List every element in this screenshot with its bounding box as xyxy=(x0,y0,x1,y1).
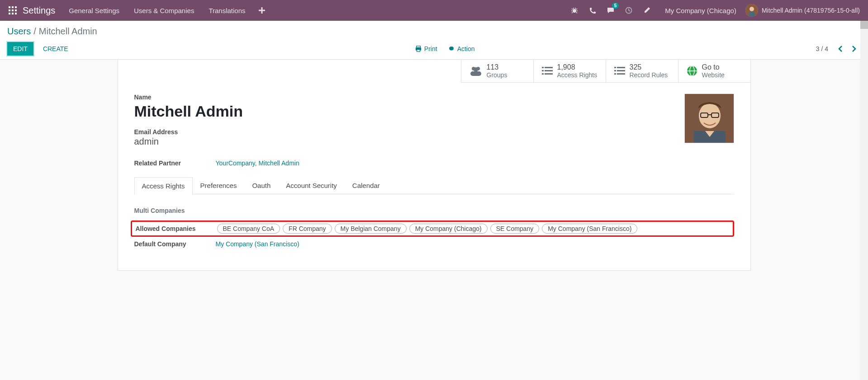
svg-rect-24 xyxy=(542,67,544,68)
activities-icon[interactable] xyxy=(620,0,638,21)
pager-next[interactable] xyxy=(847,42,861,56)
svg-rect-7 xyxy=(12,13,14,14)
list-icon xyxy=(614,66,625,75)
svg-rect-30 xyxy=(614,67,616,68)
company-chip[interactable]: My Company (San Francisco) xyxy=(542,224,637,234)
svg-rect-3 xyxy=(9,9,10,11)
create-button[interactable]: CREATE xyxy=(37,42,74,56)
top-navbar: Settings General Settings Users & Compan… xyxy=(0,0,868,21)
tab-account-security[interactable]: Account Security xyxy=(278,177,345,194)
highlighted-row: Allowed Companies BE Company CoA FR Comp… xyxy=(131,220,734,237)
edit-button[interactable]: EDIT xyxy=(7,42,33,56)
stat-groups[interactable]: 113Groups xyxy=(461,60,533,83)
svg-rect-5 xyxy=(15,9,17,11)
globe-icon xyxy=(687,66,697,76)
scrollbar-thumb[interactable] xyxy=(860,21,868,29)
breadcrumb-current: Mitchell Admin xyxy=(39,26,97,37)
action-button[interactable]: Action xyxy=(448,45,475,52)
tab-calendar[interactable]: Calendar xyxy=(345,177,388,194)
partner-label: Related Partner xyxy=(134,160,216,167)
svg-rect-27 xyxy=(545,70,553,71)
apps-icon[interactable] xyxy=(4,0,22,21)
svg-rect-0 xyxy=(9,6,10,8)
svg-rect-4 xyxy=(12,9,14,11)
svg-rect-33 xyxy=(617,70,625,71)
menu-users-companies[interactable]: Users & Companies xyxy=(127,0,201,21)
email-label: Email Address xyxy=(134,128,734,136)
svg-rect-6 xyxy=(9,13,10,14)
svg-point-41 xyxy=(699,103,721,128)
user-photo xyxy=(684,94,734,143)
company-switcher[interactable]: My Company (Chicago) xyxy=(656,0,745,21)
svg-rect-35 xyxy=(617,73,625,75)
print-button[interactable]: Print xyxy=(415,45,437,52)
partner-link[interactable]: YourCompany, Mitchell Admin xyxy=(216,160,299,167)
breadcrumb: Users / Mitchell Admin xyxy=(7,26,861,37)
user-name: Mitchell Admin (47819756-15-0-all) xyxy=(762,7,860,14)
user-menu[interactable]: Mitchell Admin (47819756-15-0-all) xyxy=(745,4,864,17)
stat-access-rights[interactable]: 1,908Access Rights xyxy=(533,60,606,83)
svg-rect-23 xyxy=(470,71,481,76)
allowed-companies-label: Allowed Companies xyxy=(136,225,217,232)
company-chip[interactable]: My Belgian Company xyxy=(335,224,407,234)
svg-rect-26 xyxy=(542,70,544,71)
email-value: admin xyxy=(134,136,734,147)
pager-text[interactable]: 3 / 4 xyxy=(816,45,828,52)
name-label: Name xyxy=(134,94,734,101)
menu-general-settings[interactable]: General Settings xyxy=(62,0,127,21)
pager-prev[interactable] xyxy=(834,42,847,56)
company-chip[interactable]: BE Company CoA xyxy=(217,224,280,234)
form-sheet: 113Groups 1,908Access Rights 325Record R… xyxy=(118,60,751,271)
svg-point-11 xyxy=(573,9,576,13)
default-company-label: Default Company xyxy=(134,240,216,248)
vertical-scrollbar[interactable] xyxy=(860,21,868,271)
messages-icon[interactable]: 5 xyxy=(602,0,620,21)
svg-point-22 xyxy=(474,67,478,72)
svg-rect-28 xyxy=(542,73,544,75)
default-company-link[interactable]: My Company (San Francisco) xyxy=(216,240,299,248)
company-chip[interactable]: FR Company xyxy=(283,224,332,234)
svg-rect-34 xyxy=(614,73,616,75)
svg-point-14 xyxy=(749,7,754,11)
stat-buttons: 113Groups 1,908Access Rights 325Record R… xyxy=(118,60,750,83)
breadcrumb-users[interactable]: Users xyxy=(7,26,31,37)
svg-rect-31 xyxy=(617,67,625,68)
avatar-icon xyxy=(745,4,758,17)
svg-rect-16 xyxy=(416,46,420,48)
list-icon xyxy=(542,66,553,75)
print-icon xyxy=(415,46,422,52)
tabs: Access Rights Preferences Oauth Account … xyxy=(134,177,734,194)
tab-oauth[interactable]: Oauth xyxy=(244,177,278,194)
name-value: Mitchell Admin xyxy=(134,103,734,120)
tab-access-rights[interactable]: Access Rights xyxy=(134,177,193,194)
svg-rect-18 xyxy=(417,50,420,52)
company-chip[interactable]: SE Company xyxy=(490,224,539,234)
stat-record-rules[interactable]: 325Record Rules xyxy=(606,60,678,83)
multi-companies-section: Multi Companies xyxy=(134,207,734,214)
breadcrumb-separator: / xyxy=(33,26,36,37)
company-chip[interactable]: My Company (Chicago) xyxy=(409,224,488,234)
users-icon xyxy=(470,66,482,76)
control-panel: Users / Mitchell Admin EDIT CREATE Print… xyxy=(0,21,868,60)
menu-new-icon[interactable] xyxy=(253,0,271,21)
tab-preferences[interactable]: Preferences xyxy=(193,177,245,194)
svg-rect-10 xyxy=(259,10,265,11)
chevron-left-icon xyxy=(838,46,843,52)
phone-icon[interactable] xyxy=(583,0,602,21)
menu-translations[interactable]: Translations xyxy=(201,0,252,21)
tools-icon[interactable] xyxy=(638,0,656,21)
svg-rect-32 xyxy=(614,70,616,71)
svg-rect-15 xyxy=(749,12,755,17)
allowed-companies-chips: BE Company CoA FR Company My Belgian Com… xyxy=(217,224,638,234)
svg-rect-2 xyxy=(15,6,17,8)
svg-rect-29 xyxy=(545,73,553,75)
svg-rect-25 xyxy=(545,67,553,68)
stat-go-to-website[interactable]: Go toWebsite xyxy=(678,60,750,83)
chevron-right-icon xyxy=(851,46,857,52)
messages-badge: 5 xyxy=(612,3,619,9)
svg-rect-8 xyxy=(15,13,17,14)
app-brand[interactable]: Settings xyxy=(22,5,62,16)
svg-rect-1 xyxy=(12,6,14,8)
gear-icon xyxy=(448,46,455,52)
debug-icon[interactable] xyxy=(565,0,583,21)
